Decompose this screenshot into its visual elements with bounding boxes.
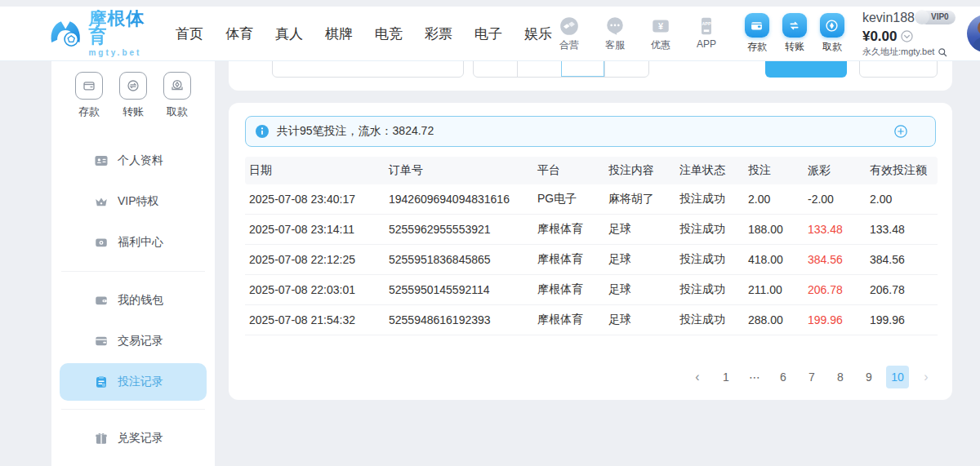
date-range-input[interactable] — [272, 61, 464, 78]
table-row: 2025-07-08 23:40:17 1942609694094831616 … — [245, 184, 938, 215]
pagination-page-9[interactable]: 9 — [858, 366, 880, 388]
username[interactable]: kevin188 — [862, 10, 915, 26]
cell-payout: 206.78 — [804, 283, 866, 296]
col-payout: 派彩 — [804, 163, 866, 178]
transfer-button[interactable]: 转账 — [782, 13, 807, 54]
wallet-action-group: 存款 转账 取款 — [745, 13, 844, 54]
col-bet-content: 投注内容 — [604, 163, 675, 178]
expand-plus-icon[interactable] — [894, 125, 907, 138]
sidebar-item-vip[interactable]: VIP特权 — [51, 181, 215, 222]
sidebar-withdraw-button[interactable]: 取款 — [163, 72, 191, 119]
promo-icon: ¥ — [650, 16, 671, 37]
col-stake: 投注 — [744, 163, 804, 178]
cell-status: 投注成功 — [675, 222, 744, 237]
secondary-icon-group: 合营 客服 ¥ 优惠 APP — [552, 16, 724, 52]
nav-slots[interactable]: 电子 — [474, 24, 502, 43]
nav-entertainment[interactable]: 娱乐 — [524, 24, 552, 43]
customer-service-button[interactable]: 客服 — [598, 16, 632, 52]
balance-refresh-chevron-icon[interactable] — [901, 30, 913, 42]
cell-order-id: 5255951836845865 — [385, 253, 533, 266]
nav-esports[interactable]: 电竞 — [375, 24, 403, 43]
promotions-button[interactable]: ¥ 优惠 — [644, 16, 678, 52]
nav-lottery[interactable]: 彩票 — [425, 24, 452, 43]
bet-records-icon — [94, 375, 109, 389]
pagination-page-7[interactable]: 7 — [800, 366, 823, 388]
cell-bet-content: 足球 — [604, 252, 675, 267]
date-tab-2[interactable] — [517, 61, 561, 77]
table-header-row: 日期 订单号 平台 投注内容 注单状态 投注 派彩 有效投注额 — [245, 157, 938, 184]
partnership-button[interactable]: 合营 — [552, 16, 586, 52]
pagination-page-6[interactable]: 6 — [772, 366, 795, 388]
cell-stake: 418.00 — [744, 253, 804, 266]
sidebar-item-wallet[interactable]: 我的钱包 — [51, 280, 215, 321]
cell-platform: 摩根体育 — [533, 282, 604, 297]
col-order-id: 订单号 — [385, 163, 533, 178]
cell-payout: 199.96 — [804, 313, 866, 326]
deposit-outline-icon — [75, 72, 103, 100]
sidebar-quick-actions: 存款 转账 取款 — [51, 61, 215, 119]
cell-valid-bet: 384.56 — [866, 253, 938, 266]
cell-status: 投注成功 — [675, 282, 744, 297]
brand-logo[interactable]: 摩根体育 mgty.bet — [49, 10, 149, 57]
svg-text:¥: ¥ — [658, 21, 663, 31]
date-tab-4[interactable] — [604, 61, 648, 77]
pagination-prev[interactable]: ‹ — [686, 366, 709, 388]
col-date: 日期 — [245, 163, 385, 178]
col-platform: 平台 — [533, 163, 604, 178]
brand-title: 摩根体育 — [88, 10, 149, 46]
date-tab-3-selected[interactable] — [561, 61, 605, 77]
cell-order-id: 5255948616192393 — [385, 313, 533, 326]
cell-date: 2025-07-08 22:12:25 — [245, 253, 385, 266]
sidebar-item-bet-records[interactable]: 投注记录 — [60, 363, 207, 401]
nav-home[interactable]: 首页 — [176, 24, 203, 43]
deposit-button[interactable]: 存款 — [745, 13, 769, 54]
crown-icon — [94, 194, 109, 209]
pagination-page-10-active[interactable]: 10 — [886, 366, 909, 388]
handshake-icon — [559, 16, 580, 37]
deposit-icon — [745, 13, 769, 38]
search-icon[interactable] — [938, 47, 947, 57]
cell-date: 2025-07-08 23:40:17 — [245, 193, 385, 206]
withdraw-icon — [820, 13, 844, 38]
reset-button[interactable] — [859, 61, 938, 78]
col-status: 注单状态 — [675, 163, 744, 178]
cell-bet-content: 足球 — [604, 313, 675, 327]
cell-stake: 2.00 — [744, 193, 804, 206]
cell-stake: 211.00 — [744, 283, 804, 296]
info-icon — [256, 125, 269, 138]
nav-cards[interactable]: 棋牌 — [325, 24, 353, 43]
prize-records-icon — [94, 431, 109, 446]
query-button[interactable] — [765, 61, 847, 78]
sidebar-menu: 个人资料 VIP特权 福利中心 我的钱包 交易记录 投注记录 兑奖记录 — [51, 140, 215, 459]
cell-order-id: 1942609694094831616 — [385, 193, 533, 206]
cell-stake: 188.00 — [744, 223, 804, 236]
logo-football-icon — [49, 16, 82, 51]
app-icon: APP — [696, 16, 717, 37]
cell-bet-content: 足球 — [604, 222, 675, 237]
user-avatar[interactable] — [967, 15, 980, 52]
sidebar-item-profile[interactable]: 个人资料 — [51, 140, 215, 181]
pagination-next[interactable]: › — [915, 366, 938, 388]
search-filter-panel — [229, 61, 952, 91]
sidebar-transfer-button[interactable]: 转账 — [119, 72, 147, 119]
wallet-icon — [94, 293, 109, 308]
nav-sports[interactable]: 体育 — [225, 24, 253, 43]
sidebar-deposit-button[interactable]: 存款 — [75, 72, 103, 119]
pagination-page-8[interactable]: 8 — [829, 366, 852, 388]
sidebar-item-transactions[interactable]: 交易记录 — [51, 321, 215, 362]
pagination-page-1[interactable]: 1 — [715, 366, 737, 388]
cell-status: 投注成功 — [675, 252, 744, 267]
col-valid-bet: 有效投注额 — [866, 163, 938, 178]
sidebar-item-prize-records[interactable]: 兑奖记录 — [51, 418, 215, 459]
app-download-button[interactable]: APP APP — [689, 16, 724, 52]
user-info-block: kevin188 VIP0 ¥0.00 永久地址:mgty.bet — [862, 10, 956, 58]
sidebar-item-welfare[interactable]: 福利中心 — [51, 222, 215, 263]
withdraw-button[interactable]: 取款 — [820, 13, 844, 54]
cell-payout: 133.48 — [804, 223, 866, 236]
nav-live-casino[interactable]: 真人 — [275, 24, 303, 43]
date-tab-1[interactable] — [474, 61, 517, 77]
transfer-outline-icon — [119, 72, 147, 100]
cell-platform: 摩根体育 — [533, 222, 604, 237]
cell-valid-bet: 2.00 — [866, 193, 938, 206]
pagination-ellipsis[interactable]: ⋯ — [743, 366, 766, 388]
